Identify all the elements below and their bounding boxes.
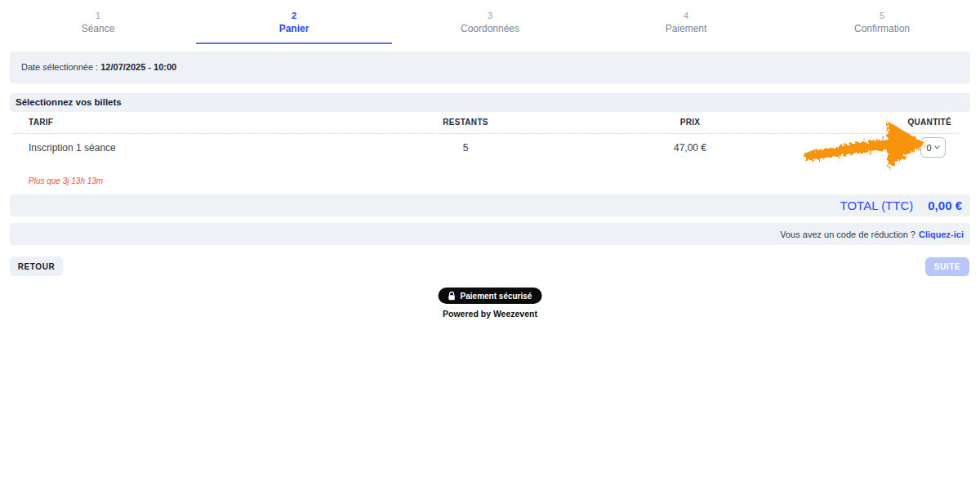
step-number: 2 [196, 10, 392, 22]
tickets-section-title: Sélectionnez vos billets [10, 93, 970, 112]
total-label: TOTAL (TTC) [840, 198, 914, 212]
selected-date-value: 12/07/2025 - 10:00 [100, 62, 176, 72]
checkout-page: 1 Séance 2 Panier 3 Coordonnées 4 Paieme… [0, 0, 980, 495]
ticket-name: Inscription 1 séance [29, 142, 116, 154]
ticket-price: 47,00 € [608, 142, 772, 154]
column-header-tarif: TARIF [29, 118, 53, 127]
column-header-restants: RESTANTS [384, 118, 547, 127]
step-label: Panier [196, 22, 392, 35]
step-number: 4 [588, 10, 784, 22]
secure-payment-badge: Paiement sécurisé [439, 288, 542, 304]
column-header-quantite: QUANTITÉ [907, 118, 951, 127]
step-label: Séance [0, 22, 196, 35]
selected-date-label: Date sélectionnée : [21, 62, 98, 72]
quantity-select[interactable]: 0 [920, 137, 946, 158]
selected-date-banner: Date sélectionnée : 12/07/2025 - 10:00 [10, 51, 970, 83]
step-confirmation[interactable]: 5 Confirmation [784, 10, 980, 44]
step-number: 1 [0, 10, 196, 22]
powered-by-text: Powered by Weezevent [0, 309, 980, 319]
next-button[interactable]: SUITE [925, 257, 969, 276]
step-number: 3 [392, 10, 588, 22]
quantity-value: 0 [926, 143, 931, 153]
step-panier[interactable]: 2 Panier [196, 10, 392, 44]
step-number: 5 [784, 10, 980, 22]
countdown-text: Plus que 3j 13h 13m [29, 176, 103, 185]
checkout-stepper: 1 Séance 2 Panier 3 Coordonnées 4 Paieme… [0, 10, 980, 44]
total-value: 0,00 € [928, 198, 962, 212]
discount-bar: Vous avez un code de réduction ? Cliquez… [10, 223, 970, 245]
step-coordonnees[interactable]: 3 Coordonnées [392, 10, 588, 44]
ticket-remaining: 5 [384, 142, 547, 154]
step-label: Paiement [588, 22, 784, 35]
step-label: Coordonnées [392, 22, 588, 35]
step-seance[interactable]: 1 Séance [0, 10, 196, 44]
back-button[interactable]: RETOUR [10, 256, 63, 276]
step-paiement[interactable]: 4 Paiement [588, 10, 784, 44]
chevron-down-icon [934, 145, 940, 149]
table-header-divider [13, 133, 959, 134]
discount-question: Vous avez un code de réduction ? [780, 230, 915, 239]
column-header-prix: PRIX [608, 118, 772, 127]
ticket-row: Inscription 1 séance 5 47,00 € 0 [0, 137, 980, 158]
step-label: Confirmation [784, 22, 980, 35]
secure-payment-label: Paiement sécurisé [461, 292, 532, 301]
discount-link[interactable]: Cliquez-ici [919, 230, 964, 239]
total-bar: TOTAL (TTC) 0,00 € [10, 194, 970, 216]
lock-icon [448, 292, 456, 301]
